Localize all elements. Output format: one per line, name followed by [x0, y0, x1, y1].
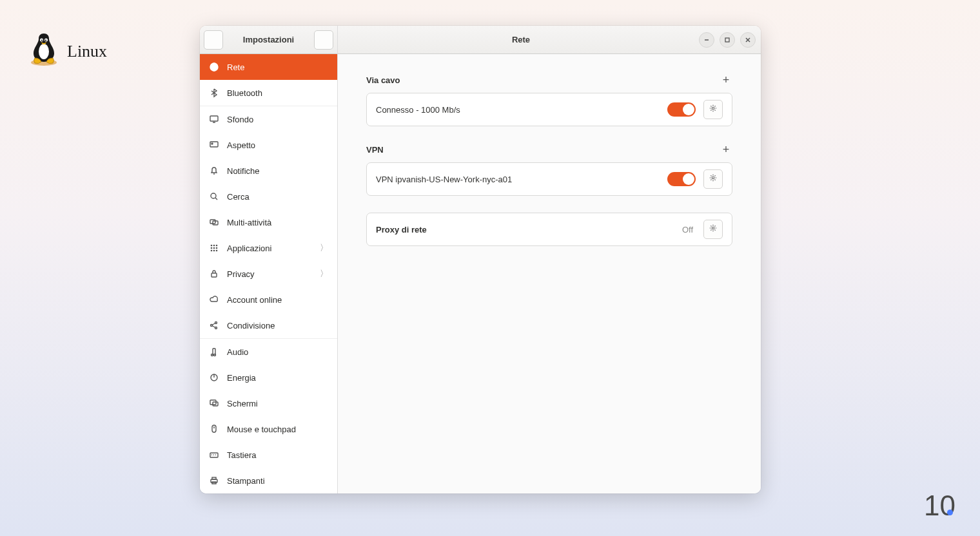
svg-point-23 — [211, 245, 213, 247]
vpn-row: VPN ipvanish-US-New-York-nyc-a01 — [367, 163, 732, 195]
maximize-button[interactable] — [720, 32, 735, 48]
sidebar-item-label: Schermi — [227, 399, 328, 408]
proxy-settings-button[interactable] — [703, 220, 723, 239]
sidebar-item-privacy[interactable]: Privacy 〉 — [200, 261, 337, 287]
sidebar-item-label: Applicazioni — [227, 244, 312, 253]
svg-point-57 — [712, 107, 714, 110]
sidebar-item-schermi[interactable]: Schermi — [200, 390, 337, 416]
vpn-settings-button[interactable] — [703, 169, 723, 189]
sidebar-item-audio[interactable]: Audio — [200, 339, 337, 365]
appearance-icon — [209, 140, 219, 150]
globe-icon — [209, 62, 219, 72]
add-vpn-button[interactable]: + — [720, 143, 732, 156]
sidebar-item-stampanti[interactable]: Stampanti — [200, 468, 337, 493]
share-icon — [209, 320, 219, 330]
linux-label: Linux — [67, 42, 107, 61]
sidebar-item-tastiera[interactable]: Tastiera — [200, 442, 337, 468]
sidebar-item-notifiche[interactable]: Notifiche — [200, 158, 337, 184]
svg-point-30 — [213, 250, 215, 252]
sidebar-item-label: Energia — [227, 373, 328, 383]
displays-icon — [209, 398, 219, 408]
sidebar-item-bluetooth[interactable]: Bluetooth — [200, 80, 337, 106]
main-content: Via cavo + Connesso - 1000 Mb/s VPN + VP… — [338, 54, 761, 493]
wired-status: Connesso - 1000 Mb/s — [376, 105, 660, 115]
corner-zero: 0 — [940, 490, 956, 522]
svg-point-27 — [213, 247, 215, 249]
tux-icon — [28, 31, 59, 72]
vpn-section-header: VPN + — [366, 143, 732, 156]
sidebar-item-sfondo[interactable]: Sfondo — [200, 106, 337, 132]
svg-rect-51 — [212, 477, 216, 479]
svg-point-59 — [712, 227, 714, 229]
sidebar-item-energia[interactable]: Energia — [200, 365, 337, 390]
sidebar-item-cerca[interactable]: Cerca — [200, 184, 337, 209]
svg-point-39 — [214, 354, 216, 356]
workspace-icon — [209, 217, 219, 227]
svg-line-36 — [212, 323, 215, 325]
svg-point-1 — [39, 44, 49, 59]
svg-point-4 — [41, 39, 43, 41]
keyboard-icon — [209, 450, 219, 460]
svg-point-58 — [712, 177, 714, 179]
maximize-icon — [724, 34, 730, 46]
gear-icon — [709, 104, 718, 115]
svg-rect-54 — [725, 38, 729, 42]
sidebar-item-label: Stampanti — [227, 476, 328, 486]
search-button[interactable] — [204, 30, 223, 50]
sidebar-item-aspetto[interactable]: Aspetto — [200, 132, 337, 158]
sidebar-item-label: Tastiera — [227, 450, 328, 460]
svg-point-31 — [216, 250, 218, 252]
wired-settings-button[interactable] — [703, 100, 723, 119]
corner-one: 1 — [924, 490, 939, 522]
svg-rect-44 — [212, 425, 216, 432]
gear-icon — [709, 224, 718, 235]
main-panel: Rete Via cavo + Connesso - 1000 Mb/s — [338, 26, 761, 493]
sidebar-item-label: Privacy — [227, 269, 312, 279]
wired-section-header: Via cavo + — [366, 73, 732, 86]
wired-card: Connesso - 1000 Mb/s — [366, 93, 732, 126]
wired-row: Connesso - 1000 Mb/s — [367, 93, 732, 126]
sidebar-item-label: Audio — [227, 347, 328, 357]
minimize-icon — [703, 34, 710, 46]
corner-dot — [947, 510, 953, 515]
wired-toggle[interactable] — [667, 102, 696, 117]
sidebar-item-account-online[interactable]: Account online — [200, 287, 337, 312]
mouse-icon — [209, 424, 219, 434]
plus-icon: + — [723, 73, 730, 87]
wired-heading: Via cavo — [366, 75, 400, 85]
add-wired-button[interactable]: + — [720, 73, 732, 86]
bluetooth-icon — [209, 88, 219, 98]
sidebar-item-mouse[interactable]: Mouse e touchpad — [200, 416, 337, 442]
sidebar-header: Impostazioni — [200, 26, 337, 54]
minimize-button[interactable] — [699, 32, 714, 48]
svg-rect-14 — [210, 116, 218, 121]
sidebar-item-label: Notifiche — [227, 166, 328, 176]
sidebar-item-condivisione[interactable]: Condivisione — [200, 312, 337, 338]
sidebar-title: Impostazioni — [227, 35, 310, 44]
proxy-heading: Proxy di rete — [376, 225, 674, 235]
sidebar-item-applicazioni[interactable]: Applicazioni 〉 — [200, 235, 337, 261]
sidebar-item-label: Multi-attività — [227, 218, 328, 227]
svg-point-24 — [213, 245, 215, 247]
svg-point-25 — [216, 245, 218, 247]
svg-point-28 — [216, 247, 218, 249]
chevron-right-icon: 〉 — [320, 268, 328, 280]
proxy-card: Proxy di rete Off — [366, 213, 732, 246]
main-header: Rete — [338, 26, 761, 54]
sidebar-item-rete[interactable]: Rete — [200, 54, 337, 80]
sidebar-item-multi-attivita[interactable]: Multi-attività — [200, 209, 337, 235]
vpn-toggle[interactable] — [667, 172, 696, 186]
settings-window: Impostazioni Rete Bluetooth Sfondo — [200, 26, 761, 493]
close-button[interactable] — [740, 32, 756, 48]
sidebar-item-label: Account online — [227, 295, 328, 305]
gear-icon — [709, 173, 718, 185]
grid-icon — [209, 243, 219, 253]
sidebar-item-label: Sfondo — [227, 115, 328, 124]
proxy-row: Proxy di rete Off — [367, 213, 732, 245]
linux-brand: Linux — [28, 31, 107, 72]
hamburger-button[interactable] — [314, 30, 333, 50]
sidebar-list: Rete Bluetooth Sfondo Aspetto Notifiche — [200, 54, 337, 493]
sidebar-item-label: Aspetto — [227, 140, 328, 150]
search-icon — [209, 191, 219, 202]
svg-rect-43 — [213, 402, 218, 406]
